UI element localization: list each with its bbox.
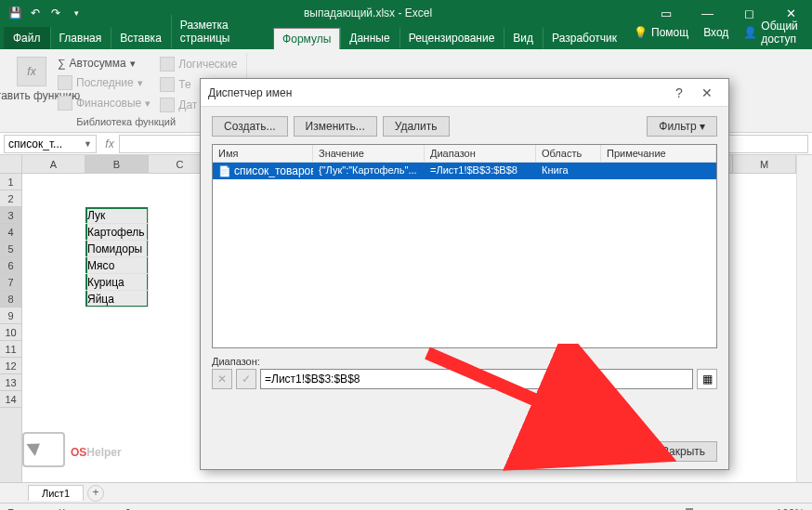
row-header[interactable]: 4 xyxy=(0,224,21,241)
name-box[interactable]: список_т...▼ xyxy=(4,135,97,153)
tab-view[interactable]: Вид xyxy=(504,27,543,49)
tab-data[interactable]: Данные xyxy=(340,27,399,49)
person-icon: 👤 xyxy=(743,26,757,39)
tab-file[interactable]: Файл xyxy=(4,27,50,49)
insert-function-button[interactable]: fxВставить функцию xyxy=(11,55,52,114)
text-icon xyxy=(160,77,175,92)
row-header[interactable]: 2 xyxy=(0,190,21,207)
status-bar: Готово Количество: 6 ▦ ▤ ▭ − + 100% xyxy=(0,503,812,510)
col-name[interactable]: Имя xyxy=(213,145,313,162)
watermark: OSHelper xyxy=(22,432,122,467)
col-header[interactable]: M xyxy=(733,155,796,174)
tab-home[interactable]: Главная xyxy=(50,27,111,49)
cell[interactable]: Картофель xyxy=(85,224,149,241)
share-button[interactable]: 👤Общий доступ xyxy=(736,16,806,49)
financial-button[interactable]: Финансовые ▾ xyxy=(54,94,154,112)
cell[interactable]: Мясо xyxy=(85,257,149,274)
accept-edit-icon[interactable]: ✓ xyxy=(236,369,256,389)
cell[interactable]: Курица xyxy=(85,274,149,291)
tab-insert[interactable]: Вставка xyxy=(111,27,171,49)
add-sheet-button[interactable]: + xyxy=(87,485,104,502)
help-icon[interactable]: ? xyxy=(665,85,693,100)
row-header[interactable]: 5 xyxy=(0,241,21,257)
zoom-out-icon[interactable]: − xyxy=(620,507,626,511)
autosum-button[interactable]: ∑Автосумма ▾ xyxy=(54,55,154,72)
row-header[interactable]: 13 xyxy=(0,374,21,391)
dialog-close-icon[interactable]: ✕ xyxy=(693,85,721,100)
filter-button[interactable]: Фильтр ▾ xyxy=(647,116,717,137)
chevron-down-icon[interactable]: ▼ xyxy=(84,139,92,149)
row-header[interactable]: 12 xyxy=(0,358,21,374)
sheet-tab-bar: Лист1 + xyxy=(0,482,812,503)
col-note[interactable]: Примечание xyxy=(601,145,716,162)
sign-in[interactable]: Вход xyxy=(696,22,736,43)
cell-scope: Книга xyxy=(536,163,601,179)
row-header[interactable]: 6 xyxy=(0,257,21,274)
view-page-icon[interactable]: ▤ xyxy=(566,507,576,511)
save-icon[interactable]: 💾 xyxy=(7,6,22,20)
cancel-edit-icon[interactable]: ✕ xyxy=(212,369,232,389)
row-header[interactable]: 9 xyxy=(0,307,21,324)
col-header[interactable]: B xyxy=(85,155,149,174)
logical-button[interactable]: Логические xyxy=(156,55,241,73)
tab-page-layout[interactable]: Разметка страницы xyxy=(171,14,273,49)
cell-name: 📄 список_товаров xyxy=(213,163,313,179)
col-range[interactable]: Диапазон xyxy=(425,145,536,162)
tab-review[interactable]: Рецензирование xyxy=(399,27,504,49)
date-icon xyxy=(160,98,175,112)
create-button[interactable]: Создать... xyxy=(212,116,288,137)
row-header[interactable]: 10 xyxy=(0,324,21,341)
col-scope[interactable]: Область xyxy=(536,145,601,162)
qat-dropdown-icon[interactable]: ▾ xyxy=(69,6,84,20)
row-header[interactable]: 7 xyxy=(0,274,21,291)
status-count: Количество: 6 xyxy=(59,507,131,511)
edit-button[interactable]: Изменить... xyxy=(294,116,377,137)
tell-me[interactable]: 💡Помощ xyxy=(626,22,696,43)
group-label-library: Библиотека функций xyxy=(76,114,176,127)
status-ready: Готово xyxy=(7,507,42,511)
financial-icon xyxy=(58,96,72,111)
lightbulb-icon: 💡 xyxy=(634,26,648,39)
cell[interactable]: Лук xyxy=(85,207,149,224)
cursor-frame-icon xyxy=(22,432,65,467)
fx-button[interactable]: fx xyxy=(100,137,119,150)
range-picker-icon[interactable]: ▦ xyxy=(697,369,717,389)
zoom-in-icon[interactable]: + xyxy=(753,507,759,511)
row-header[interactable]: 1 xyxy=(0,174,21,190)
names-list: Имя Значение Диапазон Область Примечание… xyxy=(212,144,717,348)
cell-range: =Лист1!$B$3:$B$8 xyxy=(425,163,536,179)
sigma-icon: ∑ xyxy=(58,57,66,70)
vertical-scrollbar[interactable] xyxy=(796,155,812,482)
fx-icon: fx xyxy=(17,57,46,86)
undo-icon[interactable]: ↶ xyxy=(28,6,43,20)
cell-note xyxy=(601,163,716,179)
range-input[interactable] xyxy=(260,369,693,389)
zoom-level[interactable]: 100% xyxy=(776,507,805,511)
recent-button[interactable]: Последние ▾ xyxy=(54,73,154,92)
row-header[interactable]: 3 xyxy=(0,207,21,224)
cell[interactable]: Яйца xyxy=(85,291,149,307)
delete-button[interactable]: Удалить xyxy=(383,116,450,137)
quick-access-toolbar: 💾 ↶ ↷ ▾ xyxy=(0,6,91,20)
sheet-tab[interactable]: Лист1 xyxy=(28,485,84,501)
dialog-title: Диспетчер имен xyxy=(208,86,665,99)
ribbon-tabs: Файл Главная Вставка Разметка страницы Ф… xyxy=(0,26,812,49)
close-button[interactable]: Закрыть xyxy=(650,441,717,462)
col-header[interactable]: A xyxy=(22,155,85,174)
tab-developer[interactable]: Разработчик xyxy=(543,27,626,49)
recent-icon xyxy=(58,75,72,90)
tab-formulas[interactable]: Формулы xyxy=(273,28,340,49)
redo-icon[interactable]: ↷ xyxy=(48,6,63,20)
row-header[interactable]: 14 xyxy=(0,391,21,408)
view-break-icon[interactable]: ▭ xyxy=(593,507,603,511)
list-item[interactable]: 📄 список_товаров {"Лук":"Картофель"... =… xyxy=(213,163,716,179)
col-value[interactable]: Значение xyxy=(313,145,425,162)
select-all-corner[interactable] xyxy=(0,155,22,174)
cell[interactable]: Помидоры xyxy=(85,241,149,257)
row-header[interactable]: 11 xyxy=(0,341,21,358)
range-label: Диапазон: xyxy=(212,356,717,367)
name-manager-dialog: Диспетчер имен ? ✕ Создать... Изменить..… xyxy=(200,78,729,470)
logical-icon xyxy=(160,57,175,72)
row-header[interactable]: 8 xyxy=(0,291,21,307)
view-normal-icon[interactable]: ▦ xyxy=(539,507,549,511)
